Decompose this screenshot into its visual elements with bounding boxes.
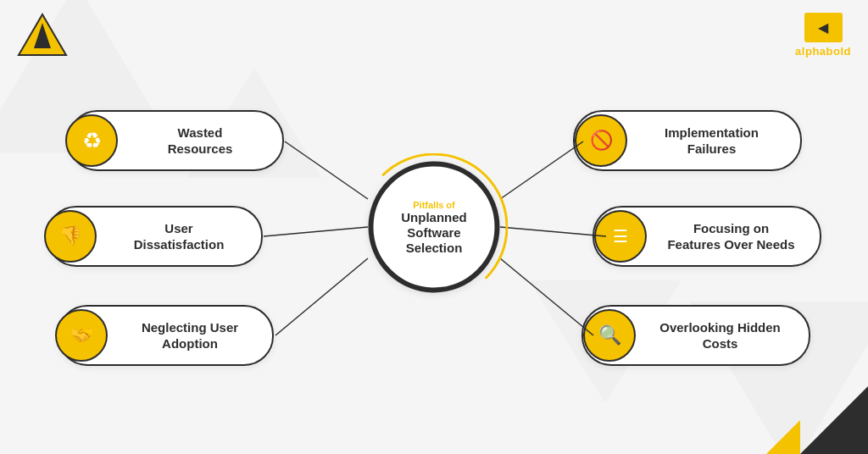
card-focusing-features: Focusing onFeatures Over Needs ☰	[593, 206, 821, 267]
wasted-resources-label: WastedResources	[118, 125, 282, 158]
implementation-label: ImplementationFailures	[623, 125, 800, 158]
svg-line-3	[264, 227, 368, 236]
logo-right: alphabold	[795, 13, 851, 58]
center-circle: Pitfalls of UnplannedSoftwareSelection	[369, 162, 500, 293]
logo-left	[17, 13, 68, 57]
card-wasted-resources: ♻ WastedResources	[68, 110, 284, 171]
overlooking-icon: 🔍	[583, 309, 636, 362]
wasted-resources-icon: ♻	[65, 114, 118, 167]
neglecting-label: Neglecting UserAdoption	[108, 319, 272, 352]
logo-triangle	[17, 13, 68, 57]
focusing-label: Focusing onFeatures Over Needs	[643, 220, 820, 253]
focusing-icon: ☰	[594, 210, 647, 263]
implementation-icon: 🚫	[575, 114, 627, 167]
user-dissatisfaction-label: UserDissatisfaction	[97, 220, 261, 253]
card-overlooking-hidden-costs: Overlooking HiddenCosts 🔍	[581, 305, 810, 366]
card-user-dissatisfaction: 👎 UserDissatisfaction	[47, 206, 263, 267]
center-subtitle: Pitfalls of	[401, 199, 467, 209]
card-implementation-failures: ImplementationFailures 🚫	[573, 110, 802, 171]
center-circle-content: Pitfalls of UnplannedSoftwareSelection	[392, 191, 476, 263]
svg-line-4	[275, 258, 368, 335]
logo-right-text: alphabold	[795, 45, 851, 58]
svg-line-6	[500, 227, 606, 236]
user-dissatisfaction-icon: 👎	[44, 210, 97, 263]
svg-line-5	[500, 141, 583, 199]
neglecting-icon: 🤝	[55, 309, 108, 362]
card-neglecting-user-adoption: 🤝 Neglecting UserAdoption	[58, 305, 274, 366]
center-title: UnplannedSoftwareSelection	[401, 209, 467, 255]
logo-right-icon	[804, 13, 843, 42]
overlooking-label: Overlooking HiddenCosts	[632, 319, 809, 352]
